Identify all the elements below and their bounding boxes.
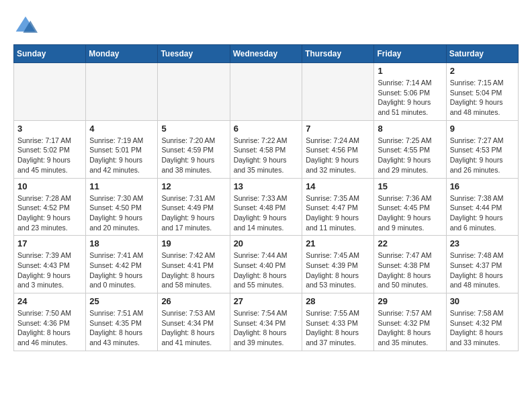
calendar-cell bbox=[86, 63, 158, 121]
calendar-cell: 2Sunrise: 7:15 AM Sunset: 5:04 PM Daylig… bbox=[446, 63, 518, 121]
weekday-header: Tuesday bbox=[158, 45, 230, 63]
calendar-cell: 27Sunrise: 7:54 AM Sunset: 4:34 PM Dayli… bbox=[230, 293, 302, 351]
day-number: 11 bbox=[89, 181, 154, 191]
calendar-cell: 1Sunrise: 7:14 AM Sunset: 5:06 PM Daylig… bbox=[374, 63, 446, 121]
calendar-cell: 13Sunrise: 7:33 AM Sunset: 4:48 PM Dayli… bbox=[230, 178, 302, 236]
day-info: Sunrise: 7:14 AM Sunset: 5:06 PM Dayligh… bbox=[378, 78, 442, 118]
day-number: 2 bbox=[450, 66, 515, 76]
calendar-week-row: 3Sunrise: 7:17 AM Sunset: 5:02 PM Daylig… bbox=[14, 120, 519, 178]
day-number: 23 bbox=[450, 238, 515, 248]
calendar-cell: 29Sunrise: 7:57 AM Sunset: 4:32 PM Dayli… bbox=[374, 293, 446, 351]
day-number: 27 bbox=[234, 296, 299, 306]
day-info: Sunrise: 7:58 AM Sunset: 4:32 PM Dayligh… bbox=[450, 308, 515, 348]
calendar-cell: 8Sunrise: 7:25 AM Sunset: 4:55 PM Daylig… bbox=[374, 120, 446, 178]
day-info: Sunrise: 7:19 AM Sunset: 5:01 PM Dayligh… bbox=[89, 136, 154, 175]
day-info: Sunrise: 7:22 AM Sunset: 4:58 PM Dayligh… bbox=[234, 136, 299, 175]
calendar-cell: 10Sunrise: 7:28 AM Sunset: 4:52 PM Dayli… bbox=[14, 178, 86, 236]
day-info: Sunrise: 7:44 AM Sunset: 4:40 PM Dayligh… bbox=[234, 250, 299, 290]
calendar-cell: 3Sunrise: 7:17 AM Sunset: 5:02 PM Daylig… bbox=[14, 120, 86, 178]
day-info: Sunrise: 7:47 AM Sunset: 4:38 PM Dayligh… bbox=[378, 250, 442, 290]
day-number: 20 bbox=[234, 238, 299, 248]
weekday-header: Thursday bbox=[302, 45, 374, 63]
day-info: Sunrise: 7:42 AM Sunset: 4:41 PM Dayligh… bbox=[161, 250, 226, 290]
day-number: 18 bbox=[89, 238, 154, 248]
day-number: 30 bbox=[450, 296, 515, 306]
day-number: 1 bbox=[378, 66, 442, 76]
calendar-cell: 23Sunrise: 7:48 AM Sunset: 4:37 PM Dayli… bbox=[446, 236, 518, 293]
day-number: 19 bbox=[161, 238, 226, 248]
day-info: Sunrise: 7:39 AM Sunset: 4:43 PM Dayligh… bbox=[17, 250, 82, 290]
day-number: 16 bbox=[450, 181, 515, 191]
day-number: 9 bbox=[450, 124, 515, 134]
calendar-cell: 5Sunrise: 7:20 AM Sunset: 4:59 PM Daylig… bbox=[158, 120, 230, 178]
day-number: 17 bbox=[17, 238, 82, 248]
weekday-header: Friday bbox=[374, 45, 446, 63]
calendar-cell: 22Sunrise: 7:47 AM Sunset: 4:38 PM Dayli… bbox=[374, 236, 446, 293]
day-number: 7 bbox=[306, 124, 370, 134]
calendar-cell: 17Sunrise: 7:39 AM Sunset: 4:43 PM Dayli… bbox=[14, 236, 86, 293]
day-info: Sunrise: 7:35 AM Sunset: 4:47 PM Dayligh… bbox=[306, 193, 370, 233]
day-info: Sunrise: 7:15 AM Sunset: 5:04 PM Dayligh… bbox=[450, 78, 515, 118]
page-header bbox=[13, 13, 519, 38]
day-number: 12 bbox=[161, 181, 226, 191]
weekday-header: Wednesday bbox=[230, 45, 302, 63]
calendar-cell: 30Sunrise: 7:58 AM Sunset: 4:32 PM Dayli… bbox=[446, 293, 518, 351]
day-info: Sunrise: 7:50 AM Sunset: 4:36 PM Dayligh… bbox=[17, 308, 82, 348]
day-number: 5 bbox=[161, 124, 226, 134]
calendar-week-row: 17Sunrise: 7:39 AM Sunset: 4:43 PM Dayli… bbox=[14, 236, 519, 293]
day-info: Sunrise: 7:38 AM Sunset: 4:44 PM Dayligh… bbox=[450, 193, 515, 233]
day-number: 22 bbox=[378, 238, 442, 248]
day-info: Sunrise: 7:54 AM Sunset: 4:34 PM Dayligh… bbox=[234, 308, 299, 348]
day-info: Sunrise: 7:17 AM Sunset: 5:02 PM Dayligh… bbox=[17, 136, 82, 175]
day-info: Sunrise: 7:41 AM Sunset: 4:42 PM Dayligh… bbox=[89, 250, 154, 290]
calendar-table: SundayMondayTuesdayWednesdayThursdayFrid… bbox=[13, 44, 519, 351]
calendar-cell: 12Sunrise: 7:31 AM Sunset: 4:49 PM Dayli… bbox=[158, 178, 230, 236]
day-number: 29 bbox=[378, 296, 442, 306]
weekday-header-row: SundayMondayTuesdayWednesdayThursdayFrid… bbox=[14, 45, 519, 63]
calendar-cell: 14Sunrise: 7:35 AM Sunset: 4:47 PM Dayli… bbox=[302, 178, 374, 236]
day-number: 10 bbox=[17, 181, 82, 191]
day-number: 26 bbox=[161, 296, 226, 306]
day-info: Sunrise: 7:27 AM Sunset: 4:53 PM Dayligh… bbox=[450, 136, 515, 175]
calendar-cell: 20Sunrise: 7:44 AM Sunset: 4:40 PM Dayli… bbox=[230, 236, 302, 293]
logo-icon bbox=[13, 13, 38, 38]
calendar-cell bbox=[302, 63, 374, 121]
calendar-cell: 9Sunrise: 7:27 AM Sunset: 4:53 PM Daylig… bbox=[446, 120, 518, 178]
weekday-header: Monday bbox=[86, 45, 158, 63]
day-info: Sunrise: 7:53 AM Sunset: 4:34 PM Dayligh… bbox=[161, 308, 226, 348]
day-number: 13 bbox=[234, 181, 299, 191]
calendar-cell: 15Sunrise: 7:36 AM Sunset: 4:45 PM Dayli… bbox=[374, 178, 446, 236]
day-info: Sunrise: 7:28 AM Sunset: 4:52 PM Dayligh… bbox=[17, 193, 82, 233]
day-number: 4 bbox=[89, 124, 154, 134]
day-info: Sunrise: 7:20 AM Sunset: 4:59 PM Dayligh… bbox=[161, 136, 226, 175]
day-number: 3 bbox=[17, 124, 82, 134]
day-info: Sunrise: 7:57 AM Sunset: 4:32 PM Dayligh… bbox=[378, 308, 442, 348]
calendar-cell: 7Sunrise: 7:24 AM Sunset: 4:56 PM Daylig… bbox=[302, 120, 374, 178]
day-info: Sunrise: 7:31 AM Sunset: 4:49 PM Dayligh… bbox=[161, 193, 226, 233]
calendar-cell bbox=[158, 63, 230, 121]
day-info: Sunrise: 7:25 AM Sunset: 4:55 PM Dayligh… bbox=[378, 136, 442, 175]
day-number: 14 bbox=[306, 181, 370, 191]
weekday-header: Sunday bbox=[14, 45, 86, 63]
calendar-cell: 18Sunrise: 7:41 AM Sunset: 4:42 PM Dayli… bbox=[86, 236, 158, 293]
calendar-cell: 25Sunrise: 7:51 AM Sunset: 4:35 PM Dayli… bbox=[86, 293, 158, 351]
calendar-cell: 4Sunrise: 7:19 AM Sunset: 5:01 PM Daylig… bbox=[86, 120, 158, 178]
calendar-week-row: 24Sunrise: 7:50 AM Sunset: 4:36 PM Dayli… bbox=[14, 293, 519, 351]
calendar-cell bbox=[230, 63, 302, 121]
day-number: 6 bbox=[234, 124, 299, 134]
day-info: Sunrise: 7:51 AM Sunset: 4:35 PM Dayligh… bbox=[89, 308, 154, 348]
day-number: 25 bbox=[89, 296, 154, 306]
calendar-cell: 6Sunrise: 7:22 AM Sunset: 4:58 PM Daylig… bbox=[230, 120, 302, 178]
calendar-cell: 24Sunrise: 7:50 AM Sunset: 4:36 PM Dayli… bbox=[14, 293, 86, 351]
calendar-cell bbox=[14, 63, 86, 121]
day-info: Sunrise: 7:24 AM Sunset: 4:56 PM Dayligh… bbox=[306, 136, 370, 175]
calendar-cell: 28Sunrise: 7:55 AM Sunset: 4:33 PM Dayli… bbox=[302, 293, 374, 351]
day-info: Sunrise: 7:48 AM Sunset: 4:37 PM Dayligh… bbox=[450, 250, 515, 290]
day-info: Sunrise: 7:30 AM Sunset: 4:50 PM Dayligh… bbox=[89, 193, 154, 233]
day-number: 15 bbox=[378, 181, 442, 191]
calendar-week-row: 10Sunrise: 7:28 AM Sunset: 4:52 PM Dayli… bbox=[14, 178, 519, 236]
day-info: Sunrise: 7:36 AM Sunset: 4:45 PM Dayligh… bbox=[378, 193, 442, 233]
logo bbox=[13, 13, 42, 38]
day-number: 24 bbox=[17, 296, 82, 306]
day-info: Sunrise: 7:55 AM Sunset: 4:33 PM Dayligh… bbox=[306, 308, 370, 348]
